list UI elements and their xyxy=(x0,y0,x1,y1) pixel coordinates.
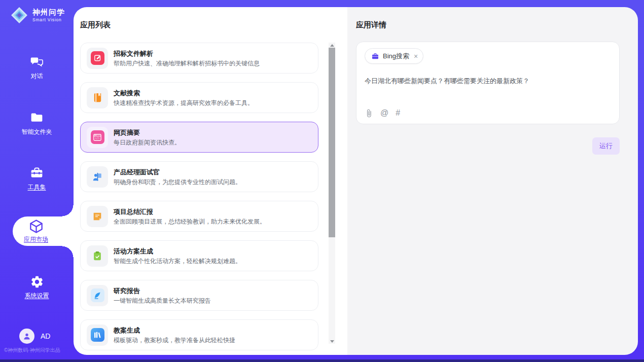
app-detail-title: 应用详情 xyxy=(356,7,620,29)
app-description: 模板驱动，教案秒成，教学准备从此轻松快捷 xyxy=(114,336,235,344)
app-name: 文献搜索 xyxy=(114,89,254,97)
app-name: 教案生成 xyxy=(114,326,235,335)
scrollbar[interactable] xyxy=(329,43,335,344)
app-name: 网页摘要 xyxy=(114,128,181,137)
sidebar-item-label: 智能文件夹 xyxy=(22,128,52,136)
sidebar-item-label: 应用市场 xyxy=(24,235,48,244)
app-description: 帮助用户快速、准确地理解和解析招标书中的关键信息 xyxy=(114,59,260,67)
app-card[interactable]: 研究报告一键智能生成高质量长文本研究报告 xyxy=(80,280,318,311)
mention-icon[interactable]: @ xyxy=(380,108,388,118)
sidebar-item-conversation[interactable]: 对话 xyxy=(0,55,74,81)
browser-code-icon: </> xyxy=(87,127,108,148)
interviewer-icon xyxy=(87,166,108,188)
briefcase-icon xyxy=(371,52,379,60)
app-name: 产品经理面试官 xyxy=(114,168,241,176)
app-list: 招标文件解析帮助用户快速、准确地理解和解析招标书中的关键信息文献搜索快速精准查找… xyxy=(80,43,318,355)
app-card-text: 产品经理面试官明确身份和职责，为您提供专业性的面试问题。 xyxy=(114,168,241,186)
sidebar-item-label: 系统设置 xyxy=(25,292,49,300)
svg-text:</>: </> xyxy=(95,136,99,139)
clipboard-icon xyxy=(87,245,108,267)
window-bottom-edge xyxy=(0,359,644,362)
tool-tag-label: Bing搜索 xyxy=(383,52,409,61)
app-card-text: 活动方案生成智能生成个性化活动方案，轻松解决规划难题。 xyxy=(114,247,241,265)
attachment-icon[interactable] xyxy=(365,109,373,118)
sidebar-item-app-market[interactable]: 应用市场 xyxy=(13,216,74,246)
app-card-text: 项目总结汇报全面回顾项目进展，总结经验教训，助力未来优化发展。 xyxy=(114,207,266,226)
app-name: 活动方案生成 xyxy=(114,247,241,256)
gear-icon xyxy=(30,275,44,289)
prompt-text[interactable]: 今日湖北有哪些新闻要点？有哪些需要关注的最新政策？ xyxy=(365,76,611,86)
sidebar-item-label: 对话 xyxy=(31,72,43,81)
app-card[interactable]: 教案生成模板驱动，教案秒成，教学准备从此轻松快捷 xyxy=(80,319,318,350)
books-icon xyxy=(87,324,108,346)
quill-icon xyxy=(87,285,108,306)
app-list-title: 应用列表 xyxy=(74,7,347,29)
run-button[interactable]: 运行 xyxy=(592,137,620,155)
cube-icon xyxy=(28,219,44,234)
app-name: 研究报告 xyxy=(114,286,211,295)
app-card[interactable]: </>网页摘要每日政府新闻资讯快查。 xyxy=(80,122,318,153)
app-card-text: 招标文件解析帮助用户快速、准确地理解和解析招标书中的关键信息 xyxy=(114,49,260,67)
sidebar-item-smart-folder[interactable]: 智能文件夹 xyxy=(0,111,74,136)
scrollbar-down-button[interactable] xyxy=(329,339,335,344)
user-icon xyxy=(22,332,31,341)
app-name: 项目总结汇报 xyxy=(114,207,266,216)
app-card[interactable]: 项目总结汇报全面回顾项目进展，总结经验教训，助力未来优化发展。 xyxy=(80,201,318,232)
close-icon[interactable]: × xyxy=(414,53,418,60)
app-card[interactable]: 招标文件解析帮助用户快速、准确地理解和解析招标书中的关键信息 xyxy=(80,43,318,74)
toolbox-icon xyxy=(29,166,44,180)
sidebar: 神州问学 Smart Vision 对话智能文件夹工具集应用市场系统设置 AD … xyxy=(0,0,74,362)
up-arrow-icon xyxy=(330,44,334,47)
app-name: 招标文件解析 xyxy=(114,49,260,58)
app-description: 每日政府新闻资讯快查。 xyxy=(114,138,181,147)
app-description: 全面回顾项目进展，总结经验教训，助力未来优化发展。 xyxy=(114,218,266,226)
tool-tag-bing-search[interactable]: Bing搜索 × xyxy=(365,48,423,64)
book-icon xyxy=(87,87,108,108)
app-detail-panel: 应用详情 Bing搜索 × 今日湖北有哪些新闻要点？有哪些需要关注的最新政策？ xyxy=(347,7,638,355)
sidebar-item-system-settings[interactable]: 系统设置 xyxy=(0,275,74,300)
app-list-panel: 应用列表 招标文件解析帮助用户快速、准确地理解和解析招标书中的关键信息文献搜索快… xyxy=(74,7,347,355)
copyright: ©神州数码·神州问学出品 xyxy=(4,347,60,354)
app-description: 一键智能生成高质量长文本研究报告 xyxy=(114,297,211,305)
down-arrow-icon xyxy=(330,340,334,343)
app-description: 明确身份和职责，为您提供专业性的面试问题。 xyxy=(114,178,241,186)
pen-icon xyxy=(87,48,108,69)
scrollbar-up-button[interactable] xyxy=(329,43,335,48)
scrollbar-thumb[interactable] xyxy=(329,48,335,237)
chat-icon xyxy=(29,55,44,69)
avatar xyxy=(19,329,34,344)
prompt-card: Bing搜索 × 今日湖北有哪些新闻要点？有哪些需要关注的最新政策？ @ # xyxy=(356,42,620,124)
user-account[interactable]: AD xyxy=(19,329,50,344)
app-card[interactable]: 文献搜索快速精准查找学术资源，提高研究效率的必备工具。 xyxy=(80,82,318,113)
memo-icon xyxy=(87,206,108,227)
folder-icon xyxy=(29,111,44,125)
user-initials: AD xyxy=(41,332,50,340)
app-card[interactable]: 产品经理面试官明确身份和职责，为您提供专业性的面试问题。 xyxy=(80,161,318,192)
app-card-text: 网页摘要每日政府新闻资讯快查。 xyxy=(114,128,181,147)
brand-diamond-icon xyxy=(10,6,28,24)
app-card-text: 研究报告一键智能生成高质量长文本研究报告 xyxy=(114,286,211,305)
action-row: 运行 xyxy=(356,137,620,155)
app-card-text: 文献搜索快速精准查找学术资源，提高研究效率的必备工具。 xyxy=(114,89,254,107)
app-card[interactable]: 活动方案生成智能生成个性化活动方案，轻松解决规划难题。 xyxy=(80,240,318,271)
app-description: 智能生成个性化活动方案，轻松解决规划难题。 xyxy=(114,257,241,265)
sidebar-item-toolset[interactable]: 工具集 xyxy=(0,166,74,192)
app-description: 快速精准查找学术资源，提高研究效率的必备工具。 xyxy=(114,99,254,107)
brand-logo: 神州问学 Smart Vision xyxy=(10,6,65,24)
sidebar-item-label: 工具集 xyxy=(28,183,46,192)
hash-icon[interactable]: # xyxy=(396,108,400,118)
brand-subtitle: Smart Vision xyxy=(32,17,65,22)
app-card-text: 教案生成模板驱动，教案秒成，教学准备从此轻松快捷 xyxy=(114,326,235,344)
main-content: 应用列表 招标文件解析帮助用户快速、准确地理解和解析招标书中的关键信息文献搜索快… xyxy=(74,7,638,355)
brand-name: 神州问学 xyxy=(32,8,65,16)
composer-toolbar: @ # xyxy=(365,108,400,118)
